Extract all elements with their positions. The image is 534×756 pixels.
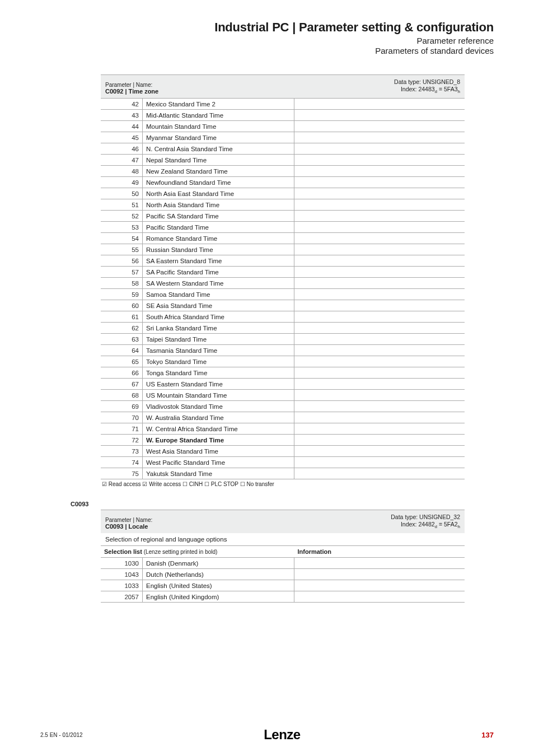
row-info	[294, 367, 465, 379]
row-name: Sri Lanka Standard Time	[143, 323, 294, 334]
row-info	[294, 278, 465, 289]
row-info	[294, 244, 465, 255]
row-info	[294, 423, 465, 435]
row-info	[294, 558, 465, 569]
table-row: 66Tonga Standard Time	[101, 367, 465, 379]
table-row: 51North Asia Standard Time	[101, 199, 465, 211]
row-name: Myanmar Standard Time	[143, 132, 294, 143]
row-info	[294, 457, 465, 468]
table-row: 42Mexico Standard Time 2	[101, 99, 465, 110]
param-c0092-header: Parameter | Name: C0092 | Time zone Data…	[101, 74, 465, 98]
row-name: Yakutsk Standard Time	[143, 468, 294, 479]
row-index: 1030	[101, 558, 143, 569]
page-subtitle-1: Parameter reference	[40, 36, 494, 45]
row-name: English (United Kingdom)	[143, 591, 294, 603]
table-row: 48New Zealand Standard Time	[101, 166, 465, 177]
row-index: 65	[101, 356, 143, 367]
row-name: US Mountain Standard Time	[143, 390, 294, 401]
param-label: Parameter | Name:	[105, 82, 158, 88]
locale-table: Selection of regional and language optio…	[101, 533, 465, 603]
row-name: Vladivostok Standard Time	[143, 401, 294, 412]
row-name: Newfoundland Standard Time	[143, 177, 294, 188]
table-row: 62Sri Lanka Standard Time	[101, 323, 465, 334]
table-row: 64Tasmania Standard Time	[101, 345, 465, 356]
table-row: 1030Danish (Denmark)	[101, 558, 465, 569]
row-index: 53	[101, 222, 143, 233]
row-name: SA Eastern Standard Time	[143, 255, 294, 267]
page-footer: 2.5 EN - 01/2012 Lenze 137	[40, 727, 494, 743]
row-name: Danish (Denmark)	[143, 558, 294, 569]
table-row: 65Tokyo Standard Time	[101, 356, 465, 367]
row-index: 70	[101, 412, 143, 423]
row-info	[294, 412, 465, 423]
row-index: 54	[101, 233, 143, 244]
row-index: 60	[101, 300, 143, 311]
row-info	[294, 155, 465, 166]
row-info	[294, 110, 465, 121]
row-index: 42	[101, 99, 143, 110]
row-name: North Asia Standard Time	[143, 199, 294, 211]
param-name: C0093 | Locale	[105, 523, 152, 530]
row-index: 62	[101, 323, 143, 334]
row-name: SA Pacific Standard Time	[143, 267, 294, 278]
row-index: 56	[101, 255, 143, 267]
row-name: West Asia Standard Time	[143, 446, 294, 457]
page-title: Industrial PC | Parameter setting & conf…	[40, 20, 494, 35]
row-name: W. Australia Standard Time	[143, 412, 294, 423]
row-index: 51	[101, 199, 143, 211]
row-info	[294, 334, 465, 345]
information-header: Information	[294, 546, 465, 558]
table-row: 70W. Australia Standard Time	[101, 412, 465, 423]
row-info	[294, 580, 465, 591]
row-name: Dutch (Netherlands)	[143, 569, 294, 580]
param-label: Parameter | Name:	[105, 517, 152, 523]
row-name: New Zealand Standard Time	[143, 166, 294, 177]
param-dtype: Data type: UNSIGNED_32	[391, 514, 460, 521]
row-index: 45	[101, 132, 143, 143]
row-name: N. Central Asia Standard Time	[143, 143, 294, 155]
row-info	[294, 591, 465, 603]
param-index: Index: 24482d = 5FA2h	[391, 521, 460, 530]
row-info	[294, 468, 465, 479]
row-info	[294, 121, 465, 132]
row-index: 44	[101, 121, 143, 132]
row-name: US Eastern Standard Time	[143, 379, 294, 390]
row-name: Mountain Standard Time	[143, 121, 294, 132]
row-info	[294, 222, 465, 233]
table-row: 55Russian Standard Time	[101, 244, 465, 255]
footer-left: 2.5 EN - 01/2012	[40, 732, 83, 738]
row-info	[294, 356, 465, 367]
table-row: 72W. Europe Standard Time	[101, 435, 465, 446]
row-index: 72	[101, 435, 143, 446]
table-row: 54Romance Standard Time	[101, 233, 465, 244]
row-info	[294, 233, 465, 244]
row-info	[294, 289, 465, 300]
row-name: Russian Standard Time	[143, 244, 294, 255]
table-row: 61South Africa Standard Time	[101, 311, 465, 323]
table-row: 56SA Eastern Standard Time	[101, 255, 465, 267]
page-number: 137	[481, 731, 494, 739]
row-index: 1043	[101, 569, 143, 580]
row-info	[294, 177, 465, 188]
table-row: 67US Eastern Standard Time	[101, 379, 465, 390]
table-row: 50North Asia East Standard Time	[101, 188, 465, 199]
lenze-logo: Lenze	[264, 727, 301, 743]
table-row: 68US Mountain Standard Time	[101, 390, 465, 401]
row-name: North Asia East Standard Time	[143, 188, 294, 199]
row-index: 49	[101, 177, 143, 188]
row-name: Pacific Standard Time	[143, 222, 294, 233]
row-name: Mexico Standard Time 2	[143, 99, 294, 110]
table-row: 74West Pacific Standard Time	[101, 457, 465, 468]
row-index: 68	[101, 390, 143, 401]
row-name: Mid-Atlantic Standard Time	[143, 110, 294, 121]
row-info	[294, 401, 465, 412]
row-index: 48	[101, 166, 143, 177]
row-info	[294, 569, 465, 580]
row-name: English (United States)	[143, 580, 294, 591]
row-info	[294, 199, 465, 211]
row-index: 2057	[101, 591, 143, 603]
param-c0093-header: Parameter | Name: C0093 | Locale Data ty…	[101, 510, 465, 533]
row-name: W. Central Africa Standard Time	[143, 423, 294, 435]
row-index: 66	[101, 367, 143, 379]
timezone-table: 42Mexico Standard Time 243Mid-Atlantic S…	[101, 98, 465, 479]
